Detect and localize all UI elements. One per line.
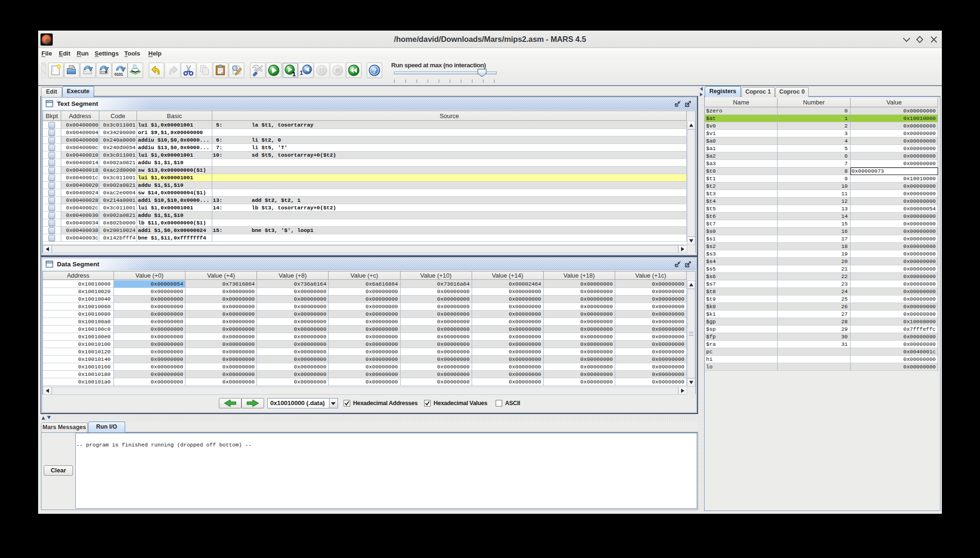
svg-text:0101: 0101 bbox=[114, 72, 123, 77]
svg-text:?: ? bbox=[372, 66, 377, 75]
svg-text:1: 1 bbox=[292, 71, 296, 77]
